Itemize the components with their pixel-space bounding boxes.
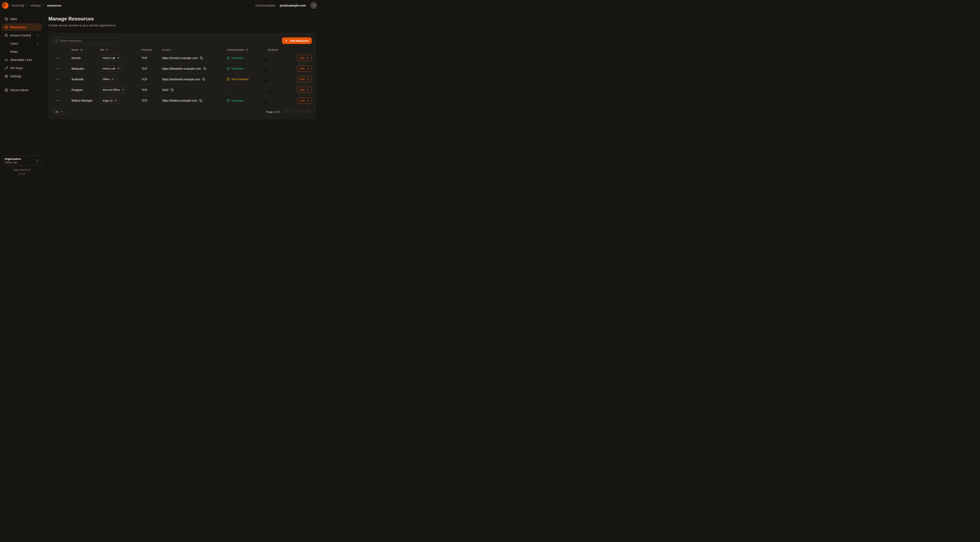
row-menu-button[interactable] bbox=[53, 56, 72, 60]
row-menu-button[interactable] bbox=[53, 78, 72, 81]
column-header-protocol: Protocol bbox=[142, 48, 162, 51]
toggle-knob bbox=[264, 69, 267, 72]
chevron-left-icon bbox=[293, 110, 296, 113]
breadcrumb-current-page: resources bbox=[47, 4, 61, 7]
previous-page-button[interactable] bbox=[291, 109, 297, 115]
site-link-badge[interactable]: Office bbox=[100, 76, 117, 82]
add-resource-button[interactable]: Add Resource bbox=[282, 37, 312, 44]
edit-button[interactable]: Edit bbox=[297, 97, 312, 104]
edit-button[interactable]: Edit bbox=[297, 87, 312, 93]
sort-icon bbox=[245, 48, 248, 51]
shield-off-icon bbox=[227, 78, 230, 81]
edit-label: Edit bbox=[300, 56, 304, 59]
card-footer: 20 Page 1 of 1 bbox=[53, 106, 312, 115]
external-link-icon bbox=[28, 169, 30, 171]
page-size-select[interactable]: 20 bbox=[53, 109, 66, 115]
copy-button[interactable] bbox=[199, 99, 202, 102]
open-source-link[interactable]: Open Source bbox=[13, 169, 31, 171]
site-link-badge[interactable]: Edge 01 bbox=[100, 97, 120, 104]
ellipsis-icon bbox=[56, 99, 59, 102]
chevron-right-icon bbox=[300, 110, 303, 113]
search-input[interactable] bbox=[60, 39, 117, 42]
sidebar-item-sites[interactable]: Sites bbox=[2, 15, 42, 23]
ellipsis-icon bbox=[56, 67, 59, 70]
copy-icon bbox=[170, 88, 173, 91]
site-link-badge[interactable]: Home Lab bbox=[100, 55, 123, 61]
resources-card: Add Resource Name Site Protocol bbox=[48, 33, 316, 119]
toggle-knob bbox=[264, 59, 267, 62]
page-size-value: 20 bbox=[56, 110, 59, 113]
row-menu-button[interactable] bbox=[53, 99, 72, 102]
key-icon bbox=[5, 66, 8, 70]
copy-button[interactable] bbox=[202, 78, 205, 81]
sidebar-item-roles[interactable]: Roles bbox=[2, 48, 42, 56]
sidebar-item-access-control[interactable]: Access Control bbox=[2, 32, 42, 39]
sidebar-item-users[interactable]: Users bbox=[2, 40, 42, 47]
sidebar-item-label: Roles bbox=[10, 50, 18, 53]
sites-icon bbox=[5, 17, 8, 21]
copy-button[interactable] bbox=[203, 67, 206, 70]
shield-check-icon bbox=[227, 99, 230, 102]
site-link-badge[interactable]: Second Office bbox=[100, 87, 127, 93]
sidebar-item-api-keys[interactable]: API Keys bbox=[2, 64, 42, 72]
sidebar-item-settings[interactable]: Settings bbox=[2, 72, 42, 80]
edit-button[interactable]: Edit bbox=[297, 76, 312, 82]
resource-name: Battery Manager bbox=[72, 99, 100, 102]
auth-label: - bbox=[227, 88, 228, 91]
documentation-link[interactable]: Documentation bbox=[256, 4, 275, 7]
resource-name: Immich bbox=[72, 56, 100, 60]
user-email[interactable]: joe@example.com bbox=[280, 4, 306, 7]
auth-label: Not Protected bbox=[231, 78, 248, 81]
access-url: https://battery.example.com bbox=[162, 99, 197, 102]
arrow-right-icon bbox=[306, 99, 309, 102]
shell: Sites Resources Access Control Users Rol… bbox=[0, 11, 320, 177]
chevrons-right-icon bbox=[307, 110, 310, 113]
pangolin-logo-icon[interactable] bbox=[2, 2, 9, 9]
topbar-right: Documentation joe@example.com J bbox=[256, 2, 317, 9]
sidebar-item-label: Resources bbox=[10, 26, 26, 29]
column-header-site[interactable]: Site bbox=[100, 48, 142, 51]
sidebar-item-server-admin[interactable]: Server Admin bbox=[2, 86, 42, 94]
copy-icon bbox=[202, 78, 205, 81]
sidebar-item-resources[interactable]: Resources bbox=[2, 23, 42, 31]
access-url: https://immich.example.com bbox=[162, 56, 198, 60]
arrow-right-icon bbox=[306, 67, 309, 70]
next-page-button[interactable] bbox=[299, 109, 304, 115]
auth-status: Protected bbox=[227, 99, 268, 102]
breadcrumb-org[interactable]: home-lab bbox=[12, 4, 24, 7]
arrow-up-right-icon bbox=[122, 89, 124, 91]
shield-check-icon bbox=[227, 56, 230, 60]
last-page-button[interactable] bbox=[306, 109, 312, 115]
sidebar-item-label: Access Control bbox=[10, 33, 31, 37]
shield-check-icon bbox=[227, 67, 230, 70]
row-menu-button[interactable] bbox=[53, 67, 72, 70]
column-header-name[interactable]: Name bbox=[72, 48, 100, 51]
toggle-knob bbox=[264, 80, 267, 83]
row-menu-button[interactable] bbox=[53, 88, 72, 92]
ellipsis-icon bbox=[56, 56, 59, 60]
plus-icon bbox=[285, 39, 288, 42]
protocol: TCP bbox=[142, 99, 162, 102]
organization-selector[interactable]: Organization Home Lab bbox=[2, 156, 42, 166]
copy-icon bbox=[200, 56, 203, 59]
ellipsis-icon bbox=[56, 78, 59, 81]
edit-button[interactable]: Edit bbox=[297, 65, 312, 72]
edit-button[interactable]: Edit bbox=[297, 55, 312, 61]
toggle-knob bbox=[268, 90, 271, 93]
sidebar-item-label: Shareable Links bbox=[10, 58, 32, 62]
copy-button[interactable] bbox=[200, 56, 203, 59]
auth-status: Not Protected bbox=[227, 78, 268, 81]
site-link-badge[interactable]: Home Lab bbox=[100, 65, 123, 72]
add-resource-label: Add Resource bbox=[290, 39, 309, 42]
sidebar-item-label: Server Admin bbox=[10, 88, 29, 92]
sidebar-item-label: Sites bbox=[10, 17, 17, 21]
user-avatar[interactable]: J bbox=[310, 2, 317, 9]
copy-button[interactable] bbox=[170, 88, 173, 91]
first-page-button[interactable] bbox=[284, 109, 290, 115]
column-header-authentication[interactable]: Authentication bbox=[227, 48, 268, 51]
sidebar: Sites Resources Access Control Users Rol… bbox=[0, 11, 44, 177]
breadcrumb-settings[interactable]: settings bbox=[30, 4, 41, 7]
sort-icon bbox=[106, 48, 108, 51]
sidebar-item-shareable-links[interactable]: Shareable Links bbox=[2, 56, 42, 64]
edit-label: Edit bbox=[300, 99, 304, 102]
